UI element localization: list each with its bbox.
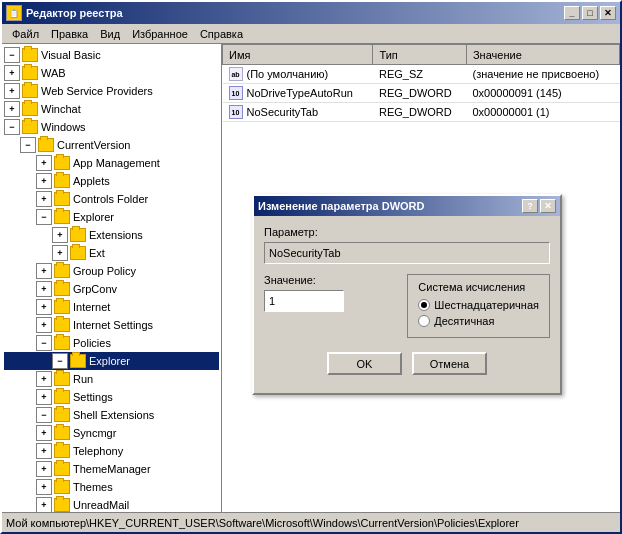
dialog-buttons: OK Отмена xyxy=(264,348,550,383)
tree-expand-btn[interactable]: + xyxy=(36,497,52,512)
folder-icon xyxy=(54,498,70,512)
tree-expand-btn[interactable]: − xyxy=(4,47,20,63)
folder-icon xyxy=(54,480,70,494)
tree-item[interactable]: +Extensions xyxy=(4,226,219,244)
tree-expand-btn[interactable]: + xyxy=(36,173,52,189)
folder-icon xyxy=(54,336,70,350)
tree-item[interactable]: +UnreadMail xyxy=(4,496,219,512)
tree-label: Shell Extensions xyxy=(73,409,154,421)
radio-dec[interactable]: Десятичная xyxy=(418,315,539,327)
tree-expand-btn[interactable]: + xyxy=(36,461,52,477)
tree-expand-btn[interactable]: + xyxy=(36,479,52,495)
tree-item[interactable]: +Internet Settings xyxy=(4,316,219,334)
tree-item[interactable]: −Windows xyxy=(4,118,219,136)
menu-help[interactable]: Справка xyxy=(194,26,249,42)
folder-icon xyxy=(22,102,38,116)
folder-icon xyxy=(54,390,70,404)
registry-editor-window: 📋 Редактор реестра _ □ ✕ Файл Правка Вид… xyxy=(0,0,622,534)
value-section: Значение: xyxy=(264,274,397,338)
tree-expand-btn[interactable]: + xyxy=(52,227,68,243)
tree-expand-btn[interactable]: − xyxy=(20,137,36,153)
tree-item[interactable]: +Syncmgr xyxy=(4,424,219,442)
tree-expand-btn[interactable]: + xyxy=(36,299,52,315)
value-input[interactable] xyxy=(264,290,344,312)
tree-item[interactable]: −CurrentVersion xyxy=(4,136,219,154)
tree-item[interactable]: +Winchat xyxy=(4,100,219,118)
menu-view[interactable]: Вид xyxy=(94,26,126,42)
tree-item[interactable]: +Controls Folder xyxy=(4,190,219,208)
tree-item[interactable]: +Web Service Providers xyxy=(4,82,219,100)
tree-expand-btn[interactable]: + xyxy=(52,245,68,261)
number-system-section: Система исчисления Шестнадцатеричная Дес… xyxy=(407,274,550,338)
radio-hex-btn[interactable] xyxy=(418,299,430,311)
dialog-close-button[interactable]: ✕ xyxy=(540,199,556,213)
tree-label: Ext xyxy=(89,247,105,259)
tree-expand-btn[interactable]: + xyxy=(36,263,52,279)
tree-item[interactable]: +Internet xyxy=(4,298,219,316)
folder-icon xyxy=(54,192,70,206)
ok-button[interactable]: OK xyxy=(327,352,402,375)
tree-item[interactable]: −Visual Basic xyxy=(4,46,219,64)
tree-item[interactable]: −Policies xyxy=(4,334,219,352)
tree-expand-btn[interactable]: + xyxy=(36,443,52,459)
tree-expand-btn[interactable]: + xyxy=(36,371,52,387)
tree-item[interactable]: +Ext xyxy=(4,244,219,262)
tree-expand-btn[interactable]: + xyxy=(36,191,52,207)
radio-dec-btn[interactable] xyxy=(418,315,430,327)
tree-item[interactable]: +Themes xyxy=(4,478,219,496)
radio-hex[interactable]: Шестнадцатеричная xyxy=(418,299,539,311)
tree-item[interactable]: +Run xyxy=(4,370,219,388)
close-button[interactable]: ✕ xyxy=(600,6,616,20)
tree-label: Web Service Providers xyxy=(41,85,153,97)
tree-item[interactable]: +GrpConv xyxy=(4,280,219,298)
tree-item[interactable]: −Explorer xyxy=(4,352,219,370)
status-bar: Мой компьютер\HKEY_CURRENT_USER\Software… xyxy=(2,512,620,532)
tree-item[interactable]: +App Management xyxy=(4,154,219,172)
tree-item[interactable]: +Applets xyxy=(4,172,219,190)
tree-expand-btn[interactable]: + xyxy=(36,281,52,297)
app-icon: 📋 xyxy=(6,5,22,21)
tree-expand-btn[interactable]: − xyxy=(36,335,52,351)
radio-dec-label: Десятичная xyxy=(434,315,494,327)
menu-file[interactable]: Файл xyxy=(6,26,45,42)
tree-label: GrpConv xyxy=(73,283,117,295)
tree-item[interactable]: +ThemeManager xyxy=(4,460,219,478)
tree-panel[interactable]: −Visual Basic+WAB+Web Service Providers+… xyxy=(2,44,222,512)
tree-item[interactable]: +Settings xyxy=(4,388,219,406)
menu-bar: Файл Правка Вид Избранное Справка xyxy=(2,24,620,44)
folder-icon xyxy=(54,426,70,440)
tree-label: Extensions xyxy=(89,229,143,241)
tree-expand-btn[interactable]: − xyxy=(52,353,68,369)
title-bar: 📋 Редактор реестра _ □ ✕ xyxy=(2,2,620,24)
tree-item[interactable]: +WAB xyxy=(4,64,219,82)
tree-label: Internet xyxy=(73,301,110,313)
tree-expand-btn[interactable]: + xyxy=(36,317,52,333)
dialog-help-button[interactable]: ? xyxy=(522,199,538,213)
tree-item[interactable]: −Explorer xyxy=(4,208,219,226)
tree-expand-btn[interactable]: + xyxy=(36,155,52,171)
tree-expand-btn[interactable]: + xyxy=(4,101,20,117)
tree-label: Explorer xyxy=(89,355,130,367)
menu-favorites[interactable]: Избранное xyxy=(126,26,194,42)
tree-expand-btn[interactable]: + xyxy=(4,83,20,99)
tree-expand-btn[interactable]: − xyxy=(36,209,52,225)
tree-item[interactable]: −Shell Extensions xyxy=(4,406,219,424)
cancel-button[interactable]: Отмена xyxy=(412,352,487,375)
maximize-button[interactable]: □ xyxy=(582,6,598,20)
menu-edit[interactable]: Правка xyxy=(45,26,94,42)
folder-icon xyxy=(38,138,54,152)
tree-label: Syncmgr xyxy=(73,427,116,439)
tree-expand-btn[interactable]: − xyxy=(4,119,20,135)
tree-item[interactable]: +Telephony xyxy=(4,442,219,460)
tree-expand-btn[interactable]: + xyxy=(36,389,52,405)
folder-icon xyxy=(70,354,86,368)
dialog-overlay: Изменение параметра DWORD ? ✕ Параметр: … xyxy=(222,44,620,512)
minimize-button[interactable]: _ xyxy=(564,6,580,20)
tree-expand-btn[interactable]: − xyxy=(36,407,52,423)
tree-label: ThemeManager xyxy=(73,463,151,475)
tree-expand-btn[interactable]: + xyxy=(4,65,20,81)
folder-icon xyxy=(22,120,38,134)
tree-expand-btn[interactable]: + xyxy=(36,425,52,441)
tree-item[interactable]: +Group Policy xyxy=(4,262,219,280)
param-input[interactable] xyxy=(264,242,550,264)
